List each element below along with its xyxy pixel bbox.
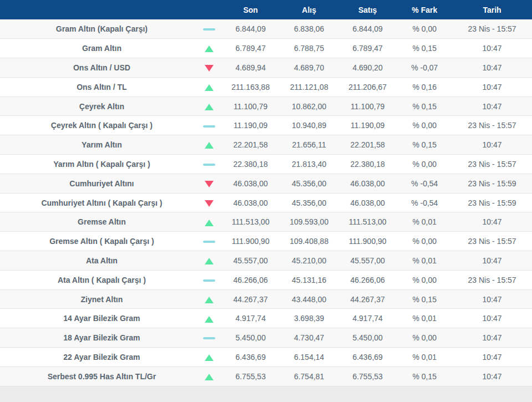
trend-down-icon <box>205 65 214 72</box>
tarih-value: 10:47 <box>452 289 532 309</box>
instrument-name-link[interactable]: Yarım Altın ( Kapalı Çarşı ) <box>0 155 197 174</box>
fark-value: % 0,01 <box>397 251 452 271</box>
son-value: 6.436,69 <box>221 348 280 367</box>
alis-value: 21.813,40 <box>280 155 338 174</box>
instrument-name-link[interactable]: Gram Altın (Kapalı Çarşı) <box>0 19 197 39</box>
table-row: Yarım Altın ( Kapalı Çarşı ) 22.380,18 2… <box>0 155 532 174</box>
instrument-name-link[interactable]: 18 Ayar Bilezik Gram <box>0 328 197 348</box>
alis-value: 43.448,00 <box>280 289 338 309</box>
tarih-value: 10:47 <box>452 58 532 78</box>
trend-flat-icon <box>203 279 215 282</box>
alis-value: 6.788,75 <box>280 39 338 58</box>
son-value: 46.266,06 <box>221 270 280 289</box>
satis-value: 5.450,00 <box>338 328 397 348</box>
table-row: Yarım Altın 22.201,58 21.656,11 22.201,5… <box>0 135 532 155</box>
trend-down-icon <box>205 181 214 187</box>
trend-cell <box>197 77 221 96</box>
instrument-name-link[interactable]: Ziynet Altın <box>0 289 197 309</box>
alis-value: 45.356,00 <box>280 193 338 212</box>
trend-up-icon <box>205 84 214 91</box>
fark-value: % 0,00 <box>397 328 452 348</box>
trend-up-icon <box>205 258 214 264</box>
table-row: Çeyrek Altın 11.100,79 10.862,00 11.100,… <box>0 96 532 116</box>
trend-up-icon <box>205 297 214 303</box>
fark-value: % 0,15 <box>397 39 452 58</box>
satis-value: 6.436,69 <box>338 348 397 367</box>
instrument-name-link[interactable]: 22 Ayar Bilezik Gram <box>0 348 197 367</box>
table-body: Gram Altın (Kapalı Çarşı) 6.844,09 6.838… <box>0 19 532 386</box>
header-tarih: Tarih <box>452 0 532 19</box>
son-value: 11.100,79 <box>221 96 280 116</box>
tarih-value: 10:47 <box>452 348 532 367</box>
instrument-name-link[interactable]: Ons Altın / TL <box>0 77 197 96</box>
trend-cell <box>197 174 221 193</box>
trend-cell <box>197 348 221 367</box>
alis-value: 45.131,16 <box>280 270 338 289</box>
alis-value: 10.862,00 <box>280 96 338 116</box>
tarih-value: 23 Nis - 15:59 <box>452 174 532 193</box>
trend-cell <box>197 367 221 386</box>
table-header: Son Alış Satış % Fark Tarih <box>0 0 532 19</box>
fark-value: % 0,15 <box>397 367 452 386</box>
instrument-name-link[interactable]: Serbest 0.995 Has Altın TL/Gr <box>0 367 197 386</box>
header-fark: % Fark <box>397 0 452 19</box>
son-value: 22.380,18 <box>221 155 280 174</box>
trend-up-icon <box>205 45 214 52</box>
trend-flat-icon <box>203 28 215 30</box>
fark-value: % 0,15 <box>397 289 452 309</box>
tarih-value: 10:47 <box>452 96 532 116</box>
son-value: 22.201,58 <box>221 135 280 155</box>
trend-cell <box>197 116 221 135</box>
instrument-name-link[interactable]: Cumhuriyet Altını ( Kapalı Çarşı ) <box>0 193 197 212</box>
alis-value: 6.838,06 <box>280 19 338 39</box>
trend-cell <box>197 251 221 271</box>
trend-cell <box>197 232 221 251</box>
table-row: Ons Altın / TL 211.163,88 211.121,08 211… <box>0 77 532 96</box>
trend-up-icon <box>205 354 214 361</box>
header-alis: Alış <box>280 0 338 19</box>
trend-cell <box>197 155 221 174</box>
son-value: 6.755,53 <box>221 367 280 386</box>
fark-value: % 0,15 <box>397 96 452 116</box>
instrument-name-link[interactable]: Ata Altın ( Kapalı Çarşı ) <box>0 270 197 289</box>
satis-value: 4.917,74 <box>338 309 397 328</box>
trend-up-icon <box>205 104 214 110</box>
alis-value: 21.656,11 <box>280 135 338 155</box>
satis-value: 6.789,47 <box>338 39 397 58</box>
son-value: 111.513,00 <box>221 212 280 232</box>
trend-cell <box>197 328 221 348</box>
instrument-name-link[interactable]: Cumhuriyet Altını <box>0 174 197 193</box>
fark-value: % 0,00 <box>397 19 452 39</box>
tarih-value: 23 Nis - 15:59 <box>452 193 532 212</box>
instrument-name-link[interactable]: Ata Altın <box>0 251 197 271</box>
fark-value: % 0,01 <box>397 212 452 232</box>
alis-value: 45.356,00 <box>280 174 338 193</box>
trend-cell <box>197 96 221 116</box>
instrument-name-link[interactable]: Gremse Altın ( Kapalı Çarşı ) <box>0 232 197 251</box>
alis-value: 4.730,47 <box>280 328 338 348</box>
tarih-value: 10:47 <box>452 367 532 386</box>
table-row: 22 Ayar Bilezik Gram 6.436,69 6.154,14 6… <box>0 348 532 367</box>
gold-prices-table: Son Alış Satış % Fark Tarih Gram Altın (… <box>0 0 532 386</box>
satis-value: 111.513,00 <box>338 212 397 232</box>
table-row: Cumhuriyet Altını 46.038,00 45.356,00 46… <box>0 174 532 193</box>
son-value: 4.917,74 <box>221 309 280 328</box>
instrument-name-link[interactable]: Çeyrek Altın ( Kapalı Çarşı ) <box>0 116 197 135</box>
header-instrument <box>0 0 197 19</box>
trend-flat-icon <box>203 125 215 128</box>
satis-value: 22.201,58 <box>338 135 397 155</box>
instrument-name-link[interactable]: Yarım Altın <box>0 135 197 155</box>
instrument-name-link[interactable]: 14 Ayar Bilezik Gram <box>0 309 197 328</box>
page-background-strip <box>0 386 532 402</box>
instrument-name-link[interactable]: Ons Altın / USD <box>0 58 197 78</box>
fark-value: % -0,07 <box>397 58 452 78</box>
satis-value: 11.190,09 <box>338 116 397 135</box>
instrument-name-link[interactable]: Çeyrek Altın <box>0 96 197 116</box>
instrument-name-link[interactable]: Gram Altın <box>0 39 197 58</box>
tarih-value: 10:47 <box>452 251 532 271</box>
satis-value: 6.755,53 <box>338 367 397 386</box>
trend-cell <box>197 135 221 155</box>
alis-value: 45.210,00 <box>280 251 338 271</box>
satis-value: 46.038,00 <box>338 174 397 193</box>
instrument-name-link[interactable]: Gremse Altın <box>0 212 197 232</box>
